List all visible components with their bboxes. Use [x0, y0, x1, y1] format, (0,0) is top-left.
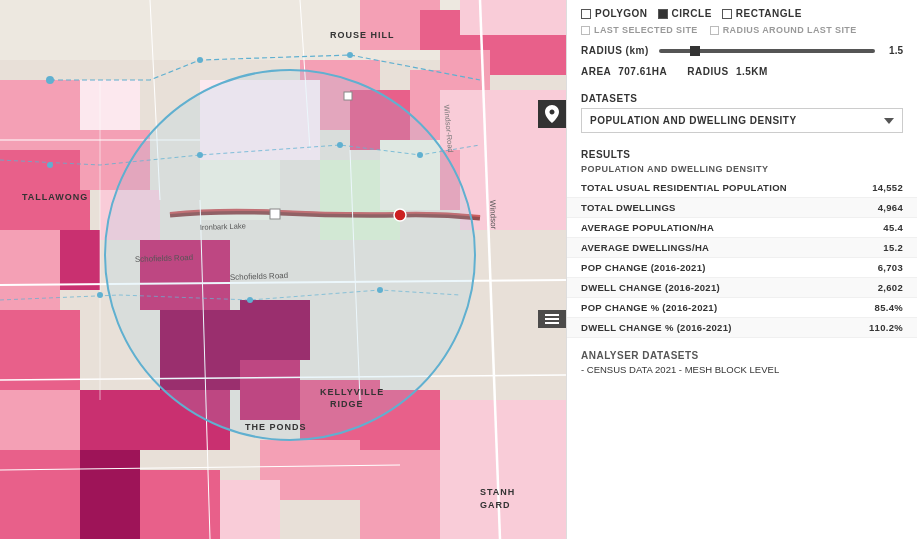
svg-text:ROUSE HILL: ROUSE HILL — [330, 30, 395, 40]
radius-around-last-option[interactable]: RADIUS AROUND LAST SITE — [710, 25, 857, 35]
datasets-section: DATASETS POPULATION AND DWELLING DENSITY… — [567, 85, 917, 141]
svg-rect-30 — [440, 400, 566, 539]
metric-value: 45.4 — [844, 218, 917, 238]
svg-point-58 — [417, 152, 423, 158]
table-row: AVERAGE POPULATION/HA45.4 — [567, 218, 917, 238]
table-row: DWELL CHANGE % (2016-2021)110.2% — [567, 318, 917, 338]
svg-text:GARD: GARD — [480, 500, 511, 510]
svg-point-52 — [46, 76, 54, 84]
svg-rect-27 — [220, 480, 280, 539]
metric-label: TOTAL USUAL RESIDENTIAL POPULATION — [567, 178, 844, 198]
results-label: RESULTS — [567, 141, 917, 162]
svg-text:Windsor: Windsor — [488, 200, 498, 230]
map-svg: TALLAWONG KELLYVILLE RIDGE THE PONDS ROU… — [0, 0, 566, 539]
area-info: AREA 707.61HA RADIUS 1.5KM — [567, 62, 917, 85]
radius-last-checkbox — [710, 26, 719, 35]
circle-checkbox — [658, 9, 668, 19]
svg-rect-63 — [270, 209, 280, 219]
metric-label: POP CHANGE (2016-2021) — [567, 258, 844, 278]
sidebar: POLYGON CIRCLE RECTANGLE LAST SELECTED S… — [566, 0, 917, 539]
radius-slider[interactable] — [659, 49, 875, 53]
svg-rect-11 — [0, 310, 80, 390]
datasets-label: DATASETS — [567, 85, 917, 108]
svg-text:KELLYVILLE: KELLYVILLE — [320, 387, 384, 397]
metric-value: 110.2% — [844, 318, 917, 338]
metric-label: DWELL CHANGE (2016-2021) — [567, 278, 844, 298]
analyser-item: - CENSUS DATA 2021 - MESH BLOCK LEVEL — [567, 363, 917, 381]
radius-display: RADIUS 1.5KM — [687, 66, 768, 77]
svg-rect-4 — [460, 0, 566, 35]
svg-point-61 — [377, 287, 383, 293]
svg-text:TALLAWONG: TALLAWONG — [22, 192, 88, 202]
analyser-label: ANALYSER DATASETS — [567, 344, 917, 363]
polygon-checkbox — [581, 9, 591, 19]
polygon-option[interactable]: POLYGON — [581, 8, 648, 19]
results-sublabel: POPULATION AND DWELLING DENSITY — [567, 162, 917, 178]
rectangle-label: RECTANGLE — [736, 8, 802, 19]
table-row: TOTAL USUAL RESIDENTIAL POPULATION14,552 — [567, 178, 917, 198]
metric-label: TOTAL DWELLINGS — [567, 198, 844, 218]
table-row: TOTAL DWELLINGS4,964 — [567, 198, 917, 218]
svg-rect-5 — [480, 35, 566, 75]
metric-label: POP CHANGE % (2016-2021) — [567, 298, 844, 318]
metric-value: 2,602 — [844, 278, 917, 298]
svg-point-60 — [247, 297, 253, 303]
metric-label: DWELL CHANGE % (2016-2021) — [567, 318, 844, 338]
results-section: RESULTS POPULATION AND DWELLING DENSITY … — [567, 141, 917, 344]
site-options: LAST SELECTED SITE RADIUS AROUND LAST SI… — [567, 23, 917, 41]
last-site-checkbox — [581, 26, 590, 35]
map-area[interactable]: TALLAWONG KELLYVILLE RIDGE THE PONDS ROU… — [0, 0, 566, 539]
svg-rect-14 — [80, 80, 140, 130]
metric-value: 4,964 — [844, 198, 917, 218]
svg-rect-28 — [360, 450, 440, 539]
radius-value: 1.5 — [883, 45, 903, 56]
polygon-label: POLYGON — [595, 8, 648, 19]
svg-rect-17 — [80, 390, 150, 450]
table-row: POP CHANGE % (2016-2021)85.4% — [567, 298, 917, 318]
map-layers-button[interactable] — [538, 310, 566, 328]
area-display: AREA 707.61HA — [581, 66, 667, 77]
radius-last-label: RADIUS AROUND LAST SITE — [723, 25, 857, 35]
results-table: TOTAL USUAL RESIDENTIAL POPULATION14,552… — [567, 178, 917, 338]
svg-point-57 — [337, 142, 343, 148]
svg-point-59 — [97, 292, 103, 298]
svg-rect-10 — [60, 230, 100, 290]
analyser-items: - CENSUS DATA 2021 - MESH BLOCK LEVEL — [567, 363, 917, 381]
last-selected-site-option[interactable]: LAST SELECTED SITE — [581, 25, 698, 35]
svg-rect-18 — [80, 450, 140, 539]
datasets-select[interactable]: POPULATION AND DWELLING DENSITY AGE STRU… — [581, 108, 903, 133]
svg-text:THE PONDS: THE PONDS — [245, 422, 307, 432]
svg-rect-64 — [344, 92, 352, 100]
metric-value: 14,552 — [844, 178, 917, 198]
metric-label: AVERAGE POPULATION/HA — [567, 218, 844, 238]
metric-value: 15.2 — [844, 238, 917, 258]
svg-point-53 — [197, 57, 203, 63]
svg-point-62 — [394, 209, 406, 221]
svg-text:RIDGE: RIDGE — [330, 399, 364, 409]
circle-label: CIRCLE — [672, 8, 712, 19]
metric-label: AVERAGE DWELLINGS/HA — [567, 238, 844, 258]
shape-selector: POLYGON CIRCLE RECTANGLE — [567, 0, 917, 23]
table-row: AVERAGE DWELLINGS/HA15.2 — [567, 238, 917, 258]
analyser-section: ANALYSER DATASETS - CENSUS DATA 2021 - M… — [567, 344, 917, 381]
map-pin-button[interactable] — [538, 100, 566, 128]
svg-point-54 — [347, 52, 353, 58]
svg-point-56 — [197, 152, 203, 158]
metric-value: 85.4% — [844, 298, 917, 318]
last-site-label: LAST SELECTED SITE — [594, 25, 698, 35]
radius-label: RADIUS (km) — [581, 45, 651, 56]
table-row: DWELL CHANGE (2016-2021)2,602 — [567, 278, 917, 298]
svg-text:Ironbark Lake: Ironbark Lake — [200, 221, 246, 232]
svg-text:STANH: STANH — [480, 487, 515, 497]
circle-option[interactable]: CIRCLE — [658, 8, 712, 19]
rectangle-checkbox — [722, 9, 732, 19]
metric-value: 6,703 — [844, 258, 917, 278]
rectangle-option[interactable]: RECTANGLE — [722, 8, 802, 19]
table-row: POP CHANGE (2016-2021)6,703 — [567, 258, 917, 278]
svg-point-55 — [47, 162, 53, 168]
radius-control: RADIUS (km) 1.5 — [567, 41, 917, 62]
